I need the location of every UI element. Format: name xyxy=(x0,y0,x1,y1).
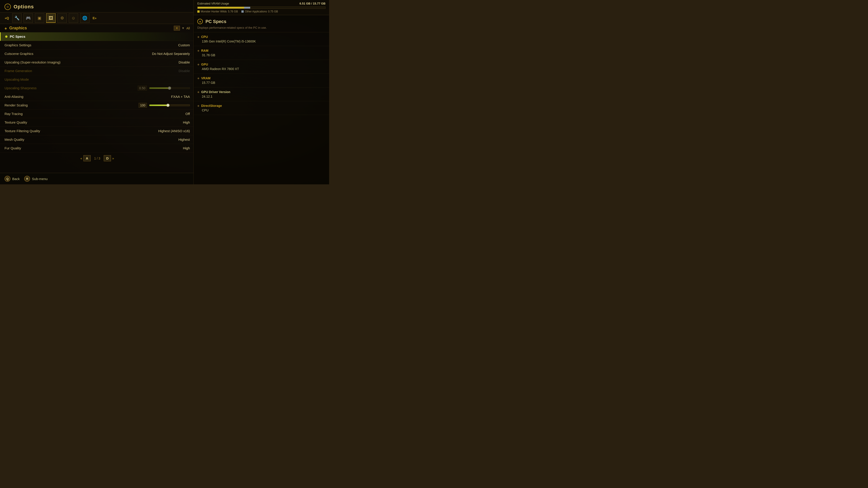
legend-dot-mhw xyxy=(197,10,199,13)
right-panel: Estimated VRAM Usage 6.51 GB / 15.77 GB … xyxy=(193,0,329,184)
slider-control[interactable]: 100 xyxy=(138,103,190,108)
setting-row[interactable]: Cutscene GraphicsDo Not Adjust Separatel… xyxy=(0,50,194,58)
vram-title: Estimated VRAM Usage xyxy=(197,2,229,5)
setting-row[interactable]: Graphics SettingsCustom xyxy=(0,41,194,50)
submenu-label: Sub-menu xyxy=(32,177,48,181)
setting-row[interactable]: Render Scaling 100 xyxy=(0,101,194,109)
tab-item-6[interactable]: ☺ xyxy=(69,13,78,23)
spec-label: ◈ DirectStorage xyxy=(197,104,326,107)
submenu-button[interactable]: R Sub-menu xyxy=(24,176,48,182)
slider-control[interactable]: 0.50 xyxy=(138,86,190,91)
setting-row[interactable]: Upscaling (Super-resolution Imaging)Disa… xyxy=(0,58,194,67)
setting-name: Render Scaling xyxy=(4,103,138,107)
setting-name: Fur Quality xyxy=(4,146,183,150)
pagination: « A 1 / 3 D » xyxy=(0,153,194,164)
setting-name: Frame Generation xyxy=(4,69,179,73)
setting-row[interactable]: Anti-AliasingFXAA + TAA xyxy=(0,92,194,101)
spec-item: ◈ GPU Driver Version 24.12.1 xyxy=(194,88,329,101)
tab-item-5[interactable]: ⚙ xyxy=(57,13,67,23)
legend-mhw-label: Monster Hunter Wilds xyxy=(201,10,227,13)
slider-track[interactable] xyxy=(149,87,190,89)
tab-item-graphics[interactable]: 🖼 xyxy=(46,13,56,23)
setting-row[interactable]: Upscaling Mode xyxy=(0,75,194,84)
spec-label: ◈ VRAM xyxy=(197,76,326,80)
spec-label: ◈ RAM xyxy=(197,49,326,53)
page-btn-right[interactable]: D xyxy=(104,155,111,161)
spec-label: ◈ GPU Driver Version xyxy=(197,90,326,94)
tab-nav-left[interactable]: «Q xyxy=(3,15,10,21)
setting-value: Custom xyxy=(178,43,190,47)
spec-name: CPU xyxy=(201,35,208,39)
setting-value: FXAA + TAA xyxy=(171,95,190,98)
back-button[interactable]: Q Back xyxy=(4,176,20,182)
setting-name: Texture Quality xyxy=(4,121,183,124)
setting-value: Disable xyxy=(179,60,190,64)
page-nav-left[interactable]: « A xyxy=(81,155,91,161)
vram-total: 6.51 GB / 15.77 GB xyxy=(300,2,326,5)
spec-icon: ◈ xyxy=(197,35,199,38)
section-name: Graphics xyxy=(9,26,27,31)
filter-controls: X ▼ All xyxy=(174,26,190,31)
slider-fill xyxy=(149,105,168,106)
setting-row[interactable]: PC Specs xyxy=(0,32,194,41)
pc-specs-header: ◈ PC Specs xyxy=(194,15,329,26)
spec-value: AMD Radeon RX 7800 XT xyxy=(197,67,326,71)
page-nav-right[interactable]: D » xyxy=(104,155,114,161)
spec-item: ◈ VRAM 15.77 GB xyxy=(194,74,329,88)
spec-icon: ◈ xyxy=(197,90,199,94)
page-info: 1 / 3 xyxy=(94,157,100,160)
setting-row[interactable]: Fur QualityHigh xyxy=(0,144,194,153)
spec-name: VRAM xyxy=(201,76,211,80)
slider-fill xyxy=(149,88,169,89)
setting-name: Mesh Quality xyxy=(4,138,178,141)
setting-name: Upscaling (Super-resolution Imaging) xyxy=(4,60,179,64)
spec-name: GPU xyxy=(201,63,208,66)
vram-legend: Monster Hunter Wilds 5.76 GB Other Appli… xyxy=(197,10,326,13)
vram-section: Estimated VRAM Usage 6.51 GB / 15.77 GB … xyxy=(194,0,329,15)
spec-value: 13th Gen Intel(R) Core(TM) i5-13600K xyxy=(197,39,326,43)
settings-list: PC SpecsGraphics SettingsCustomCutscene … xyxy=(0,32,194,153)
setting-name: Upscaling Mode xyxy=(4,77,190,81)
tab-item-1[interactable]: 🔧 xyxy=(12,13,22,23)
legend-other-value: 0.75 GB xyxy=(268,10,278,13)
slider-track[interactable] xyxy=(149,104,190,106)
slider-value: 100 xyxy=(138,103,147,108)
spec-value: CPU xyxy=(197,108,326,112)
setting-name: Upscaling Sharpness xyxy=(4,86,138,90)
setting-row[interactable]: Frame GenerationDisable xyxy=(0,67,194,75)
setting-row[interactable]: Texture Filtering QualityHighest (ANISO … xyxy=(0,127,194,135)
back-key: Q xyxy=(4,176,10,182)
spec-name: GPU Driver Version xyxy=(201,90,230,94)
page-btn-left[interactable]: A xyxy=(84,155,91,161)
setting-value: Highest xyxy=(178,138,190,141)
spec-label: ◈ GPU xyxy=(197,63,326,66)
setting-value: High xyxy=(183,121,190,124)
setting-name: Texture Filtering Quality xyxy=(4,129,158,133)
setting-value: Highest (ANISO x16) xyxy=(158,129,190,133)
options-header: ⊙ Options xyxy=(0,0,194,12)
spec-icon: ◈ xyxy=(197,104,199,107)
spec-name: RAM xyxy=(201,49,209,53)
main-panel: ⊙ Options «Q 🔧 🎮 ▣ 🖼 ⚙ ☺ 🌐 E» ◈ Graph xyxy=(0,0,194,184)
setting-row[interactable]: Upscaling Sharpness 0.50 xyxy=(0,84,194,92)
setting-row[interactable]: Texture QualityHigh xyxy=(0,118,194,127)
setting-name: Anti-Aliasing xyxy=(4,95,171,98)
tab-item-7[interactable]: 🌐 xyxy=(80,13,90,23)
graphics-icon: ◈ xyxy=(4,26,7,30)
tab-item-3[interactable]: ▣ xyxy=(35,13,44,23)
setting-name: Graphics Settings xyxy=(4,43,178,47)
setting-value: Disable xyxy=(179,69,190,73)
setting-row[interactable]: Ray TracingOff xyxy=(0,109,194,118)
spec-item: ◈ GPU AMD Radeon RX 7800 XT xyxy=(194,60,329,74)
slider-value: 0.50 xyxy=(138,86,147,91)
page-title: Options xyxy=(13,4,34,10)
tab-item-2[interactable]: 🎮 xyxy=(24,13,33,23)
filter-x-button[interactable]: X xyxy=(174,26,180,31)
slider-thumb[interactable] xyxy=(166,104,169,107)
setting-value: Off xyxy=(185,112,190,116)
spec-icon: ◈ xyxy=(197,49,199,52)
slider-thumb[interactable] xyxy=(168,87,171,90)
options-icon: ⊙ xyxy=(4,4,11,10)
setting-row[interactable]: Mesh QualityHighest xyxy=(0,135,194,144)
tab-nav-right[interactable]: E» xyxy=(91,15,98,21)
